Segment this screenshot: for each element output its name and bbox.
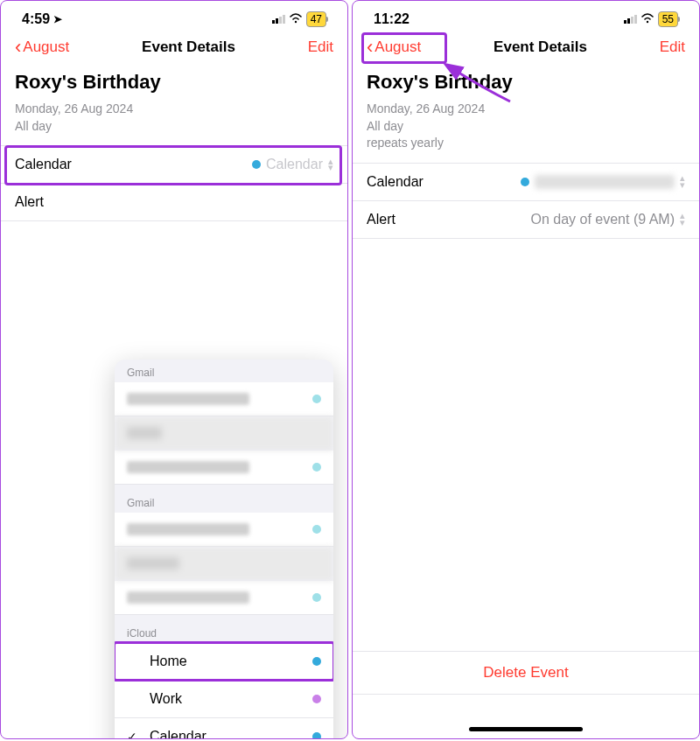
calendar-dot-icon	[312, 657, 321, 666]
annotation-arrow	[449, 66, 519, 114]
status-time: 11:22	[374, 11, 410, 27]
alert-label: Alert	[15, 194, 44, 210]
signal-icon	[624, 15, 637, 24]
chevron-updown-icon: ▴▾	[680, 175, 685, 188]
dropdown-item[interactable]	[115, 451, 333, 485]
calendar-dot-icon	[521, 178, 529, 186]
dropdown-item-work[interactable]: Work	[115, 681, 333, 718]
phone-left: 4:59 ➤ 47 ‹ August Event Details Edit Ro…	[0, 0, 348, 739]
battery-indicator: 55	[658, 11, 678, 27]
alert-value: On day of event (9 AM)	[530, 212, 675, 227]
event-repeats: repeats yearly	[367, 135, 685, 152]
dropdown-section-gmail-2: Gmail	[115, 490, 333, 513]
svg-point-0	[294, 21, 296, 23]
back-label: August	[374, 38, 421, 56]
event-allday: All day	[367, 118, 685, 136]
nav-bar: ‹ August Event Details Edit	[353, 31, 699, 64]
dropdown-item[interactable]	[115, 547, 333, 581]
calendar-label: Calendar	[367, 174, 424, 190]
event-title: Roxy's Birthday	[367, 71, 685, 94]
calendar-dot-icon	[312, 395, 321, 403]
calendar-value: Calendar	[266, 157, 323, 172]
calendar-dot-icon	[312, 732, 321, 739]
dropdown-calendar-label: Calendar	[150, 729, 206, 739]
calendar-dot-icon	[312, 695, 321, 703]
dropdown-item[interactable]	[115, 513, 333, 547]
back-button[interactable]: ‹ August	[367, 38, 421, 57]
svg-point-1	[646, 21, 648, 23]
dropdown-work-label: Work	[150, 691, 182, 707]
status-bar: 4:59 ➤ 47	[1, 1, 347, 31]
calendar-dropdown: Gmail Gmail iCloud Home Work ✓Calendar	[115, 360, 333, 739]
calendar-row[interactable]: Calendar ▴▾	[353, 164, 699, 200]
status-bar: 11:22 55	[353, 1, 699, 31]
dropdown-item-calendar[interactable]: ✓Calendar	[115, 718, 333, 739]
location-icon: ➤	[53, 13, 62, 25]
status-time: 4:59	[22, 11, 50, 27]
calendar-value-redacted	[535, 175, 675, 189]
edit-button[interactable]: Edit	[660, 38, 685, 56]
phone-right: 11:22 55 ‹ August Event Details Edit Rox…	[352, 0, 700, 739]
chevron-updown-icon: ▴▾	[328, 158, 333, 171]
wifi-icon	[640, 12, 654, 26]
dropdown-item[interactable]	[115, 382, 333, 416]
calendar-dot-icon	[312, 593, 321, 602]
dropdown-section-icloud: iCloud	[115, 620, 333, 643]
calendar-row[interactable]: Calendar Calendar ▴▾	[1, 146, 347, 183]
event-date: Monday, 26 Aug 2024	[367, 101, 685, 118]
home-indicator[interactable]	[469, 727, 583, 731]
signal-icon	[272, 15, 285, 24]
battery-indicator: 47	[306, 11, 326, 27]
page-title: Event Details	[142, 38, 235, 56]
check-icon: ✓	[127, 730, 141, 739]
chevron-left-icon: ‹	[15, 38, 21, 57]
dropdown-item[interactable]	[115, 581, 333, 615]
nav-bar: ‹ August Event Details Edit	[1, 31, 347, 64]
alert-row[interactable]: Alert On day of event (9 AM) ▴▾	[353, 201, 699, 238]
event-title: Roxy's Birthday	[15, 71, 333, 94]
calendar-label: Calendar	[15, 157, 72, 172]
event-header: Roxy's Birthday Monday, 26 Aug 2024 All …	[1, 64, 347, 145]
calendar-dot-icon	[252, 160, 261, 169]
page-title: Event Details	[494, 38, 587, 56]
event-date: Monday, 26 Aug 2024	[15, 101, 333, 118]
edit-button[interactable]: Edit	[308, 38, 333, 56]
calendar-dot-icon	[312, 463, 321, 472]
calendar-dot-icon	[312, 525, 321, 534]
dropdown-item[interactable]	[115, 416, 333, 451]
chevron-left-icon: ‹	[367, 38, 373, 57]
content-area: Calendar Calendar ▴▾ Alert Gmail Gmail	[1, 145, 347, 738]
content-area: Calendar ▴▾ Alert On day of event (9 AM)…	[353, 163, 699, 738]
event-header: Roxy's Birthday Monday, 26 Aug 2024 All …	[353, 64, 699, 163]
back-button[interactable]: ‹ August	[15, 38, 69, 57]
back-label: August	[23, 38, 69, 56]
chevron-updown-icon: ▴▾	[680, 213, 685, 226]
alert-row[interactable]: Alert	[1, 184, 347, 220]
dropdown-section-gmail-1: Gmail	[115, 360, 333, 382]
alert-label: Alert	[367, 212, 396, 227]
wifi-icon	[289, 12, 303, 26]
delete-event-button[interactable]: Delete Event	[353, 652, 699, 694]
event-allday: All day	[15, 118, 333, 136]
dropdown-home-label: Home	[150, 654, 187, 669]
dropdown-item-home[interactable]: Home	[115, 643, 333, 681]
